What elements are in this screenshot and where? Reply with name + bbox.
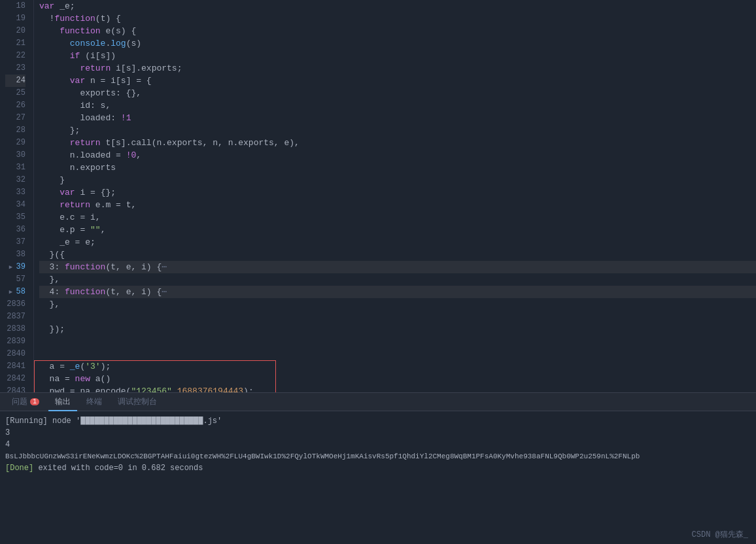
line-number: 31: [5, 162, 26, 174]
tab-badge: 1: [30, 398, 39, 405]
line-number: 36: [5, 224, 26, 236]
terminal-output: [Running] node '████████████████████████…: [0, 411, 756, 544]
line-number: 20: [5, 25, 26, 37]
code-line: var _e;: [39, 0, 756, 12]
code-line: a = _e('3');: [39, 360, 756, 373]
panel-tabs: 问题1输出终端调试控制台: [0, 393, 756, 411]
line-number: 32: [5, 174, 26, 186]
line-number: ▶ 39: [5, 261, 26, 273]
code-line: e.c = i,: [39, 211, 756, 224]
code-line: });: [39, 323, 756, 335]
code-line: na = new a(): [39, 373, 756, 385]
line-number: 24: [5, 75, 26, 87]
line-number: 23: [5, 62, 26, 75]
code-line: pwd = na.encode("123456",1688376194443);: [39, 385, 756, 392]
terminal-line: 4: [5, 439, 751, 450]
code-line: if (i[s]): [39, 50, 756, 62]
code-line: [39, 311, 756, 323]
line-number: 22: [5, 50, 26, 62]
line-numbers: 1819202122232425262728293031323334353637…: [0, 0, 34, 392]
line-number: 33: [5, 186, 26, 199]
line-number: 2837: [5, 311, 26, 323]
code-line: return t[s].call(n.exports, n, n.exports…: [39, 137, 756, 149]
line-number: 19: [5, 12, 26, 25]
line-number: 21: [5, 37, 26, 50]
line-number: 35: [5, 211, 26, 224]
code-line: console.log(s): [39, 37, 756, 50]
line-number: 2836: [5, 298, 26, 311]
line-number: 25: [5, 87, 26, 99]
code-line: },: [39, 273, 756, 286]
line-number: 38: [5, 248, 26, 261]
code-lines: var _e; !function(t) { function e(s) { c…: [34, 0, 756, 392]
line-number: 29: [5, 137, 26, 149]
code-line: 3: function(t, e, i) {⋯: [39, 261, 756, 273]
code-line: n.exports: [39, 162, 756, 174]
line-number: 2843: [5, 385, 26, 392]
code-line: };: [39, 124, 756, 137]
line-number: 2842: [5, 373, 26, 385]
line-number: 37: [5, 236, 26, 248]
code-line: return i[s].exports;: [39, 62, 756, 75]
line-number: 2839: [5, 335, 26, 348]
terminal-line: [Running] node '████████████████████████…: [5, 415, 751, 427]
bottom-panel: 问题1输出终端调试控制台 [Running] node '███████████…: [0, 392, 756, 544]
watermark: CSDN @猫先森_: [692, 529, 748, 540]
code-line: 4: function(t, e, i) {⋯: [39, 286, 756, 298]
code-line: exports: {},: [39, 87, 756, 99]
code-line: id: s,: [39, 99, 756, 112]
code-line: [39, 335, 756, 348]
code-editor: 1819202122232425262728293031323334353637…: [0, 0, 756, 392]
terminal-line: BsLJbbbcUGnzWwS3irENeKwmzLDOKc%2BGPTAHFa…: [5, 450, 751, 462]
line-number: 2841: [5, 360, 26, 373]
line-number: 26: [5, 99, 26, 112]
code-line: },: [39, 298, 756, 311]
code-line: }({: [39, 248, 756, 261]
code-line: var i = {};: [39, 186, 756, 199]
code-line: _e = e;: [39, 236, 756, 248]
code-line: n.loaded = !0,: [39, 149, 756, 162]
code-line: loaded: !1: [39, 112, 756, 124]
code-line: var n = i[s] = {: [39, 75, 756, 87]
terminal-line: [Done] exited with code=0 in 0.682 secon…: [5, 462, 751, 474]
line-number: 30: [5, 149, 26, 162]
code-line: !function(t) {: [39, 12, 756, 25]
tab-output[interactable]: 输出: [48, 393, 77, 411]
tab-debug[interactable]: 调试控制台: [111, 393, 163, 411]
line-number: 28: [5, 124, 26, 137]
line-number: 27: [5, 112, 26, 124]
line-number: 18: [5, 0, 26, 12]
line-number: ▶ 58: [5, 286, 26, 298]
code-line: function e(s) {: [39, 25, 756, 37]
tab-terminal[interactable]: 终端: [80, 393, 109, 411]
tab-problems[interactable]: 问题1: [5, 393, 46, 411]
line-number: 34: [5, 199, 26, 211]
line-number: 2838: [5, 323, 26, 335]
line-number: 57: [5, 273, 26, 286]
code-line: [39, 348, 756, 360]
code-line: }: [39, 174, 756, 186]
line-number: 2840: [5, 348, 26, 360]
terminal-line: 3: [5, 427, 751, 439]
code-line: e.p = "",: [39, 224, 756, 236]
code-line: return e.m = t,: [39, 199, 756, 211]
